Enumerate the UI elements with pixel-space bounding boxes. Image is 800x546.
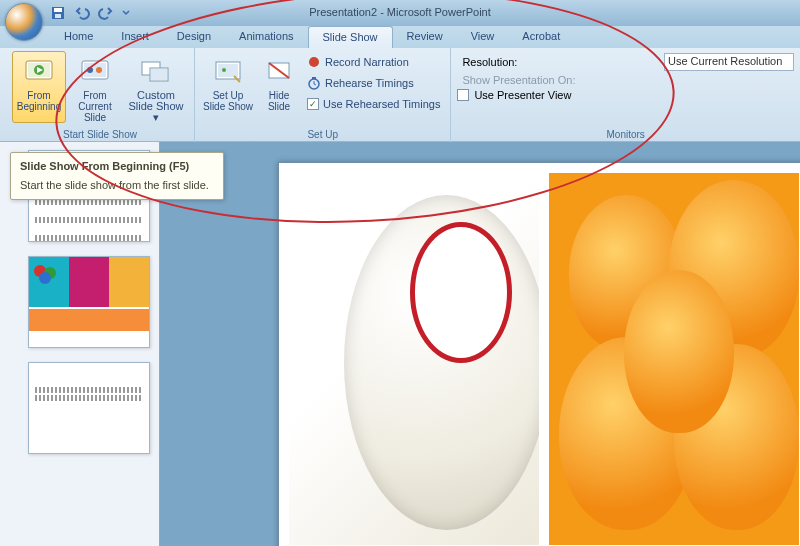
group-start-slide-show: From Beginning From Current Slide Custom… — [6, 48, 195, 142]
svg-rect-1 — [54, 8, 62, 12]
rehearse-timings-button[interactable]: Rehearse Timings — [307, 74, 440, 92]
setup-icon — [212, 56, 244, 88]
slide-image-scale — [289, 173, 539, 545]
tab-animations[interactable]: Animations — [225, 26, 307, 48]
hide-slide-icon — [263, 56, 295, 88]
save-icon[interactable] — [50, 5, 66, 21]
from-current-label: From Current Slide — [69, 90, 121, 123]
hide-slide-button[interactable]: Hide Slide — [257, 51, 301, 123]
svg-point-27 — [39, 272, 51, 284]
group-label-setup: Set Up — [201, 127, 444, 142]
tooltip-body: Start the slide show from the first slid… — [20, 178, 214, 192]
setup-label: Set Up Slide Show — [203, 90, 253, 112]
tab-review[interactable]: Review — [393, 26, 457, 48]
svg-point-15 — [222, 68, 226, 72]
svg-point-8 — [87, 67, 93, 73]
record-narration-label: Record Narration — [325, 56, 409, 68]
group-monitors: Resolution: Use Current Resolution Show … — [451, 48, 800, 142]
tab-view[interactable]: View — [457, 26, 509, 48]
show-presentation-on-label: Show Presentation On: — [462, 74, 575, 86]
svg-point-18 — [309, 57, 319, 67]
checkbox-icon: ✓ — [307, 98, 319, 110]
slide-image-flowers — [549, 173, 799, 545]
office-button[interactable] — [5, 3, 43, 41]
use-rehearsed-label: Use Rehearsed Timings — [323, 98, 440, 110]
presentation-current-icon — [79, 56, 111, 88]
use-rehearsed-timings-checkbox[interactable]: ✓ Use Rehearsed Timings — [307, 95, 440, 113]
redo-icon[interactable] — [98, 5, 114, 21]
undo-icon[interactable] — [74, 5, 90, 21]
rehearse-icon — [307, 76, 321, 90]
record-narration-button[interactable]: Record Narration — [307, 53, 440, 71]
checkbox-icon[interactable] — [457, 89, 469, 101]
record-icon — [307, 55, 321, 69]
slide-thumbnail[interactable] — [28, 362, 150, 454]
tab-insert[interactable]: Insert — [107, 26, 163, 48]
svg-rect-2 — [55, 14, 61, 18]
from-beginning-button[interactable]: From Beginning — [12, 51, 66, 123]
current-slide[interactable] — [278, 162, 800, 546]
resolution-dropdown[interactable]: Use Current Resolution — [664, 53, 794, 71]
svg-rect-12 — [151, 69, 167, 80]
set-up-slide-show-button[interactable]: Set Up Slide Show — [201, 51, 255, 123]
tab-slide-show[interactable]: Slide Show — [308, 26, 393, 48]
balloons-icon — [33, 263, 61, 299]
from-current-slide-button[interactable]: From Current Slide — [68, 51, 122, 123]
hide-label: Hide Slide — [268, 90, 290, 112]
slide-thumbnails-pane[interactable]: 3 4 — [0, 142, 160, 546]
tab-home[interactable]: Home — [50, 26, 107, 48]
group-label-monitors: Monitors — [457, 127, 794, 142]
slide-thumbnail[interactable] — [28, 256, 150, 348]
group-label-start: Start Slide Show — [12, 127, 188, 142]
chevron-down-icon: ▾ — [153, 111, 159, 123]
slide-workspace[interactable] — [160, 142, 800, 546]
presentation-play-icon — [23, 56, 55, 88]
custom-label: Custom Slide Show ▾ — [125, 90, 187, 123]
svg-point-9 — [96, 67, 102, 73]
presentation-custom-icon — [140, 56, 172, 88]
qat-menu-icon[interactable] — [122, 5, 130, 21]
ribbon: From Beginning From Current Slide Custom… — [0, 48, 800, 142]
svg-rect-14 — [218, 64, 238, 77]
from-beginning-label: From Beginning — [17, 90, 61, 112]
ribbon-tabs: Home Insert Design Animations Slide Show… — [0, 26, 800, 48]
tooltip-title: Slide Show From Beginning (F5) — [20, 160, 214, 172]
main-area: 3 4 — [0, 142, 800, 546]
quick-access-toolbar — [50, 5, 130, 21]
custom-slide-show-button[interactable]: Custom Slide Show ▾ — [124, 51, 188, 123]
tab-acrobat[interactable]: Acrobat — [508, 26, 574, 48]
resolution-label: Resolution: — [462, 56, 517, 68]
use-presenter-view-label: Use Presenter View — [474, 89, 571, 101]
svg-rect-20 — [312, 77, 316, 79]
rehearse-timings-label: Rehearse Timings — [325, 77, 414, 89]
tooltip-from-beginning: Slide Show From Beginning (F5) Start the… — [10, 152, 224, 200]
tab-design[interactable]: Design — [163, 26, 225, 48]
group-set-up: Set Up Slide Show Hide Slide Record Narr… — [195, 48, 451, 142]
